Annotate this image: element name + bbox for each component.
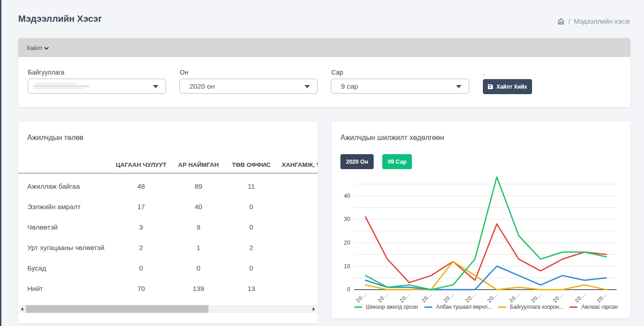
svg-text:20...: 20...: [574, 291, 586, 303]
svg-text:20...: 20...: [421, 291, 433, 303]
svg-text:20...: 20...: [530, 291, 543, 303]
svg-text:20...: 20...: [552, 291, 564, 303]
svg-text:40: 40: [344, 193, 350, 199]
svg-text:10: 10: [344, 263, 350, 270]
svg-text:30: 30: [344, 216, 350, 222]
svg-text:20: 20: [344, 240, 350, 246]
svg-text:20...: 20...: [464, 291, 477, 303]
svg-text:20...: 20...: [355, 291, 367, 303]
svg-text:0: 0: [347, 286, 350, 293]
svg-text:20...: 20...: [442, 291, 455, 303]
svg-text:20...: 20...: [399, 291, 411, 303]
svg-text:20...: 20...: [596, 291, 608, 303]
svg-text:20...: 20...: [486, 291, 498, 303]
svg-text:20...: 20...: [508, 291, 520, 303]
svg-text:20...: 20...: [377, 291, 389, 303]
